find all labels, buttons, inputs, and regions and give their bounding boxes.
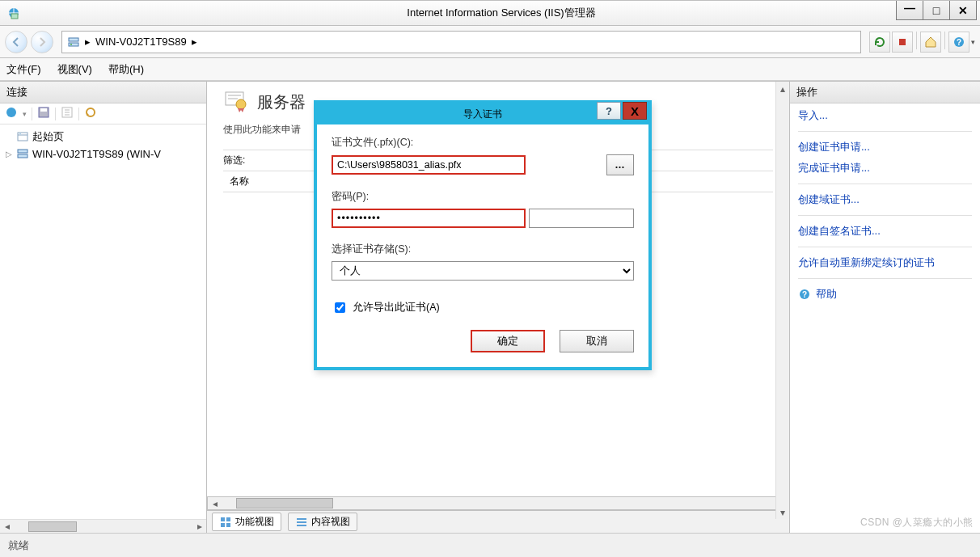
svg-rect-1	[11, 14, 18, 19]
minimize-button[interactable]: —	[896, 1, 923, 20]
feature-title: 服务器	[257, 91, 306, 113]
menu-view[interactable]: 视图(V)	[57, 62, 92, 77]
status-bar: 就绪	[0, 533, 980, 557]
svg-point-8	[6, 108, 16, 117]
window-title: Internet Information Services (IIS)管理器	[23, 6, 980, 20]
tree-start-label: 起始页	[32, 129, 64, 144]
tree-body: 起始页 ▷ WIN-V0J2T1T9S89 (WIN-V	[0, 124, 206, 519]
svg-rect-22	[226, 517, 230, 521]
svg-rect-21	[221, 517, 225, 521]
breadcrumb-server[interactable]: WIN-V0J2T1T9S89	[95, 36, 187, 48]
window-controls: — □ ✕	[896, 1, 977, 20]
password-input[interactable]	[332, 209, 526, 228]
action-import[interactable]: 导入...	[798, 108, 972, 123]
svg-point-14	[19, 133, 20, 134]
refresh-button[interactable]	[869, 32, 890, 53]
tab-features-label: 功能视图	[235, 515, 274, 529]
tab-content-label: 内容视图	[311, 515, 350, 529]
actions-pane: 操作 导入... 创建证书申请... 完成证书申请... 创建域证书... 创建…	[789, 82, 980, 533]
actions-title: 操作	[790, 82, 980, 103]
nav-bar: ▸ WIN-V0J2T1T9S89 ▸ ? ▾	[0, 26, 980, 58]
breadcrumb-sep-end: ▸	[192, 36, 197, 48]
watermark: CSDN @人菜瘾大的小熊	[860, 516, 974, 530]
svg-rect-5	[899, 39, 906, 45]
dialog-title-bar[interactable]: 导入证书 ? X	[317, 103, 648, 124]
store-label: 选择证书存储(S):	[332, 243, 634, 256]
svg-text:?: ?	[957, 38, 961, 47]
back-button[interactable]	[5, 31, 27, 53]
status-text: 就绪	[8, 539, 29, 551]
tree-toolbar: ▾	[0, 103, 206, 124]
action-help-label: 帮助	[816, 287, 837, 302]
menu-help[interactable]: 帮助(H)	[108, 62, 144, 77]
expander-icon[interactable]: ▷	[5, 150, 13, 158]
action-create-self-signed[interactable]: 创建自签名证书...	[798, 224, 972, 238]
svg-rect-2	[69, 38, 78, 41]
action-create-request[interactable]: 创建证书申请...	[798, 140, 972, 154]
left-scrollbar[interactable]: ◂▸	[0, 519, 206, 533]
view-tabs: 功能视图 内容视图	[207, 510, 789, 533]
action-complete-request[interactable]: 完成证书申请...	[798, 161, 972, 175]
svg-rect-23	[221, 523, 225, 527]
tree-server-node[interactable]: ▷ WIN-V0J2T1T9S89 (WIN-V	[2, 146, 205, 162]
svg-point-20	[236, 99, 246, 109]
save-icon[interactable]	[37, 106, 50, 121]
allow-export-label: 允许导出此证书(A)	[353, 301, 440, 314]
tree-server-label: WIN-V0J2T1T9S89 (WIN-V	[32, 148, 161, 160]
ok-button[interactable]: 确定	[471, 330, 545, 352]
title-bar: Internet Information Services (IIS)管理器 —…	[0, 0, 980, 26]
connections-pane: 连接 ▾ 起始页 ▷ WIN-V0J2T1T9S89 (WIN-V ◂	[0, 82, 207, 533]
dialog-close-button[interactable]: X	[623, 102, 647, 120]
breadcrumb[interactable]: ▸ WIN-V0J2T1T9S89 ▸	[61, 31, 861, 53]
certificate-store-select[interactable]: 个人	[332, 261, 634, 281]
svg-point-4	[70, 44, 72, 45]
stop-button[interactable]	[892, 32, 913, 53]
svg-rect-26	[297, 521, 306, 523]
tab-content[interactable]: 内容视图	[288, 513, 357, 531]
breadcrumb-sep-start: ▸	[85, 36, 91, 48]
col-name[interactable]: 名称	[223, 171, 320, 192]
password-label: 密码(P):	[332, 190, 634, 204]
tab-features[interactable]: 功能视图	[212, 513, 281, 531]
help-button[interactable]: ?	[948, 32, 969, 53]
svg-rect-10	[40, 108, 47, 112]
svg-rect-13	[18, 133, 27, 141]
svg-rect-27	[297, 525, 306, 526]
import-certificate-dialog: 导入证书 ? X 证书文件(.pfx)(C): … 密码(P): 选择证书存储(…	[314, 100, 652, 370]
menu-bar: 文件(F) 视图(V) 帮助(H)	[0, 58, 980, 81]
allow-export-checkbox[interactable]	[335, 302, 345, 313]
action-create-domain-cert[interactable]: 创建域证书...	[798, 192, 972, 207]
certificate-file-input[interactable]	[332, 155, 526, 175]
right-edge-scrollbar[interactable]: ▴ ▾	[775, 82, 789, 519]
expand-all-icon[interactable]	[61, 106, 74, 121]
browse-button[interactable]: …	[606, 154, 634, 175]
svg-rect-19	[228, 98, 238, 99]
dialog-help-button[interactable]: ?	[597, 102, 621, 120]
server-icon	[67, 36, 80, 49]
svg-rect-16	[18, 154, 27, 158]
filter-label: 筛选:	[223, 154, 245, 167]
file-label: 证书文件(.pfx)(C):	[332, 136, 634, 150]
connections-title: 连接	[0, 82, 206, 103]
close-window-button[interactable]: ✕	[949, 1, 977, 20]
refresh-tree-icon[interactable]	[84, 106, 97, 121]
svg-rect-18	[228, 95, 241, 96]
maximize-button[interactable]: □	[923, 1, 950, 20]
home-button[interactable]	[920, 32, 941, 53]
svg-rect-3	[69, 43, 78, 46]
connect-icon[interactable]	[5, 106, 18, 121]
svg-rect-15	[18, 150, 27, 153]
svg-rect-24	[226, 523, 230, 527]
certificates-icon	[223, 88, 249, 116]
menu-file[interactable]: 文件(F)	[6, 62, 41, 77]
svg-rect-25	[297, 518, 306, 520]
center-scrollbar[interactable]: ◂ ▸	[207, 496, 789, 510]
tree-start-page[interactable]: 起始页	[2, 128, 205, 146]
svg-text:?: ?	[802, 290, 807, 299]
action-help[interactable]: ? 帮助	[798, 287, 972, 302]
action-auto-rebind[interactable]: 允许自动重新绑定续订的证书	[798, 255, 972, 270]
forward-button[interactable]	[31, 31, 53, 53]
app-icon	[5, 4, 23, 22]
cancel-button[interactable]: 取消	[560, 330, 634, 352]
